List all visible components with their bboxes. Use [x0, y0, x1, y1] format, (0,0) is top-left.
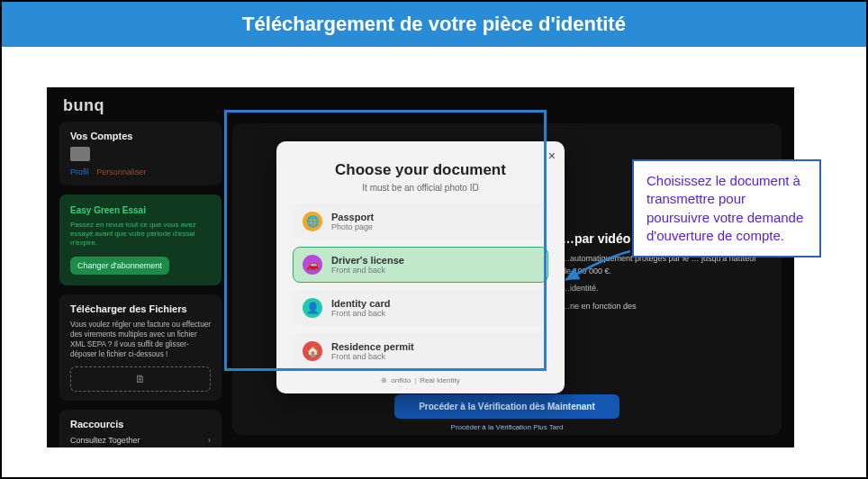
- slide-frame: Téléchargement de votre pièce d'identité…: [0, 0, 868, 479]
- document-option-labels: Identity cardFront and back: [331, 298, 390, 318]
- document-option-subtitle: Photo page: [331, 222, 374, 231]
- onfido-logo-icon: ⊕: [381, 376, 387, 384]
- banner-title: Téléchargement de votre pièce d'identité: [242, 13, 626, 35]
- modal-subtitle: It must be an official photo ID: [293, 183, 548, 193]
- document-option-icon: 👤: [303, 298, 322, 318]
- document-option[interactable]: 🚗Driver's licenseFront and back: [293, 247, 548, 283]
- callout-text: Choisissez le document à transmettre pou…: [646, 173, 803, 243]
- close-icon[interactable]: ×: [548, 149, 556, 163]
- document-option-subtitle: Front and back: [331, 352, 414, 361]
- document-option-icon: 🏠: [303, 341, 322, 361]
- modal-footer-brand: onfido: [391, 376, 411, 384]
- document-option-title: Passport: [331, 212, 374, 222]
- document-options: 🌐PassportPhoto page🚗Driver's licenseFron…: [293, 203, 548, 369]
- stage: bunq Vos Comptes Profil Personnaliser Ea…: [2, 47, 866, 477]
- choose-document-modal: × Choose your document It must be an off…: [276, 141, 565, 393]
- document-option-title: Driver's license: [331, 255, 404, 266]
- banner: Téléchargement de votre pièce d'identité: [2, 2, 866, 47]
- modal-title: Choose your document: [293, 161, 548, 179]
- document-option[interactable]: 🌐PassportPhoto page: [293, 203, 548, 240]
- document-option-title: Residence permit: [331, 341, 414, 352]
- footer-separator: |: [414, 376, 416, 384]
- modal-footer-link[interactable]: Real Identity: [420, 376, 459, 384]
- modal-footer: ⊕ onfido | Real Identity: [293, 376, 548, 384]
- document-option-icon: 🚗: [303, 255, 322, 275]
- app-screenshot: bunq Vos Comptes Profil Personnaliser Ea…: [47, 87, 794, 447]
- document-option-labels: Residence permitFront and back: [331, 341, 414, 361]
- document-option-subtitle: Front and back: [331, 309, 390, 318]
- annotation-callout: Choisissez le document à transmettre pou…: [632, 159, 821, 258]
- document-option[interactable]: 🏠Residence permitFront and back: [293, 333, 548, 369]
- document-option-icon: 🌐: [303, 212, 322, 231]
- document-option-title: Identity card: [331, 298, 390, 309]
- document-option-labels: PassportPhoto page: [331, 212, 374, 231]
- document-option-subtitle: Front and back: [331, 266, 404, 275]
- document-option[interactable]: 👤Identity cardFront and back: [293, 290, 548, 326]
- document-option-labels: Driver's licenseFront and back: [331, 255, 404, 275]
- modal-overlay: × Choose your document It must be an off…: [47, 87, 794, 447]
